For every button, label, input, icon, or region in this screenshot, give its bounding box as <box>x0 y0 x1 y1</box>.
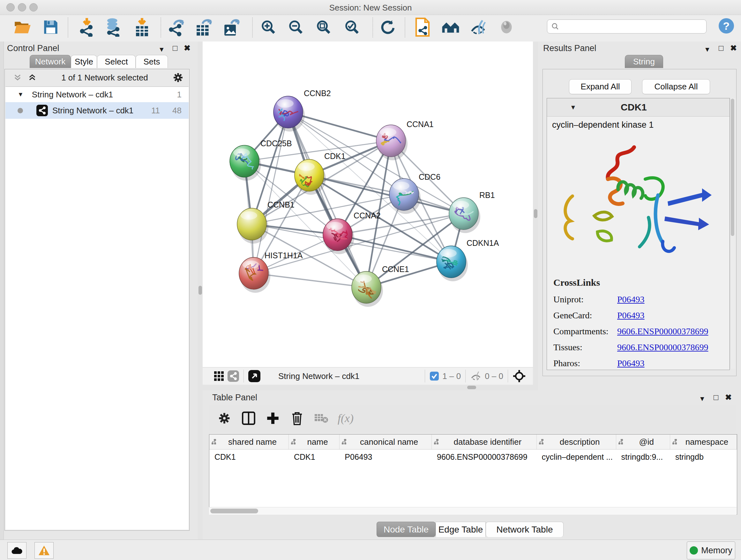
edge-CCNA2-CDKN1A[interactable] <box>338 235 451 262</box>
column-header-shared-name[interactable]: shared name <box>209 435 289 449</box>
zoom-fit-button[interactable] <box>314 16 333 39</box>
hide-selected-button[interactable] <box>469 16 487 39</box>
bottom-splitter-handle[interactable] <box>467 386 476 389</box>
table-panel: Table Panel ▼ □ ✖ f(x) shared namenameca… <box>203 390 741 540</box>
table-cell[interactable]: 9606.ENSP00000378699 <box>432 449 537 464</box>
table-cell[interactable]: CDK1 <box>289 449 340 464</box>
zoom-in-button[interactable] <box>259 16 278 39</box>
crosslink-link[interactable]: 9606.ENSP00000378699 <box>617 326 708 336</box>
table-cell[interactable]: P06493 <box>340 449 432 464</box>
table-cell[interactable]: stringdb <box>670 449 737 464</box>
open-session-button[interactable] <box>13 16 32 39</box>
results-scrollbar-thumb[interactable] <box>731 99 734 236</box>
panel-close-icon[interactable]: ✖ <box>725 393 732 401</box>
table-cell[interactable]: cyclin–dependent ... <box>537 449 616 464</box>
selected-checkbox-icon[interactable] <box>429 371 439 381</box>
tab-string[interactable]: String <box>625 55 663 68</box>
fit-selection-crosshair-icon[interactable] <box>513 369 526 383</box>
zoom-selected-button[interactable] <box>343 16 361 39</box>
import-network-from-database-button[interactable] <box>104 16 123 39</box>
add-column-icon[interactable] <box>261 412 285 425</box>
help-button[interactable]: ? <box>719 18 734 34</box>
panel-menu-chevron-icon[interactable]: ▼ <box>158 45 165 53</box>
new-network-from-selection-button[interactable] <box>413 16 432 39</box>
expand-all-chevron-icon[interactable] <box>28 73 37 82</box>
gene-section-header[interactable]: ▼ CDK1 <box>547 98 730 117</box>
crosslink-link[interactable]: P06493 <box>617 294 645 305</box>
refresh-button[interactable] <box>378 16 397 39</box>
right-splitter-handle[interactable] <box>534 209 537 218</box>
table-cell[interactable]: stringdb:9... <box>616 449 670 464</box>
search-input[interactable] <box>547 19 706 34</box>
import-network-from-file-button[interactable] <box>77 16 96 39</box>
left-splitter-handle[interactable] <box>199 286 202 295</box>
tab-node-table[interactable]: Node Table <box>377 522 435 537</box>
panel-close-icon[interactable]: ✖ <box>730 44 737 52</box>
tab-network[interactable]: Network <box>30 55 71 68</box>
memory-label: Memory <box>701 546 732 556</box>
network-canvas[interactable]: CCNB2CCNA1CDC25BCDK1CDC6RB1CCNB1CCNA2CDK… <box>203 42 533 367</box>
tab-edge-table[interactable]: Edge Table <box>435 522 486 537</box>
column-header--id[interactable]: @id <box>616 435 670 449</box>
export-network-button[interactable] <box>167 16 185 39</box>
search-icon <box>551 22 559 30</box>
export-table-button[interactable] <box>194 16 213 39</box>
edge-CCNB2-HIST1H1A[interactable] <box>254 112 288 273</box>
warnings-button[interactable] <box>35 542 54 559</box>
collection-expand-arrow-icon[interactable]: ▼ <box>17 91 23 98</box>
panel-float-icon[interactable]: □ <box>714 393 718 401</box>
column-header-name[interactable]: name <box>289 435 340 449</box>
tab-style[interactable]: Style <box>71 55 97 68</box>
home-button[interactable] <box>441 16 460 39</box>
table-hscrollbar-thumb[interactable] <box>210 509 258 513</box>
column-header-canonical-name[interactable]: canonical name <box>340 435 432 449</box>
network-options-gear-icon[interactable] <box>173 72 184 83</box>
section-collapse-arrow-icon[interactable]: ▼ <box>570 104 576 111</box>
show-columns-icon[interactable] <box>237 411 261 425</box>
collapse-all-button[interactable]: Collapse All <box>642 79 710 94</box>
column-header-description[interactable]: description <box>537 435 616 449</box>
panel-float-icon[interactable]: □ <box>719 44 724 52</box>
table-row[interactable]: CDK1CDK1P064939606.ENSP00000378699cyclin… <box>209 449 737 464</box>
cloud-tasks-button[interactable] <box>7 542 26 559</box>
table-cell[interactable]: CDK1 <box>209 449 289 464</box>
results-scrollbar[interactable] <box>730 98 735 369</box>
tab-network-table[interactable]: Network Table <box>486 522 563 537</box>
function-builder-icon[interactable]: f(x) <box>333 412 358 425</box>
network-graph[interactable]: CCNB2CCNA1CDC25BCDK1CDC6RB1CCNB1CCNA2CDK… <box>203 42 533 367</box>
collapse-all-chevron-icon[interactable] <box>13 73 22 82</box>
panel-menu-chevron-icon[interactable]: ▼ <box>704 45 711 53</box>
column-header-namespace[interactable]: namespace <box>670 435 737 449</box>
panel-menu-chevron-icon[interactable]: ▼ <box>699 395 705 402</box>
grid-view-icon[interactable] <box>214 371 224 381</box>
network-row-selected[interactable]: String Network – cdk1 11 48 <box>5 102 189 119</box>
import-table-from-file-button[interactable] <box>133 16 151 39</box>
export-image-button[interactable] <box>222 16 241 39</box>
edge-CCNB2-CCNE1[interactable] <box>288 112 366 287</box>
network-collection-row[interactable]: ▼ String Network – cdk1 1 <box>5 87 189 102</box>
delete-column-icon[interactable] <box>285 411 309 425</box>
save-session-button[interactable] <box>42 16 60 39</box>
crosslink-link[interactable]: P06493 <box>617 358 645 368</box>
crosslink-link[interactable]: 9606.ENSP00000378699 <box>617 342 708 353</box>
delete-table-icon[interactable] <box>309 413 333 424</box>
tab-select[interactable]: Select <box>97 55 136 68</box>
crosslink-link[interactable]: P06493 <box>617 310 645 320</box>
birdseye-view-icon[interactable] <box>248 370 260 382</box>
memory-button[interactable]: Memory <box>687 542 735 559</box>
show-all-button[interactable] <box>497 16 516 39</box>
hidden-eye-icon[interactable] <box>470 371 482 381</box>
zoom-out-button[interactable] <box>286 16 305 39</box>
node-gloss <box>440 249 457 257</box>
node-label-CCNB2: CCNB2 <box>304 89 331 98</box>
edge-HIST1H1A-CCNE1[interactable] <box>254 273 366 287</box>
network-view-icon[interactable] <box>227 370 239 382</box>
panel-close-icon[interactable]: ✖ <box>184 44 191 52</box>
table-hscrollbar[interactable] <box>209 507 737 515</box>
panel-float-icon[interactable]: □ <box>173 44 178 52</box>
tab-sets[interactable]: Sets <box>136 55 168 68</box>
column-header-database-identifier[interactable]: database identifier <box>432 435 537 449</box>
table-settings-gear-icon[interactable] <box>212 412 237 425</box>
edge-CDK1-RB1[interactable] <box>309 175 464 213</box>
expand-all-button[interactable]: Expand All <box>569 79 631 94</box>
